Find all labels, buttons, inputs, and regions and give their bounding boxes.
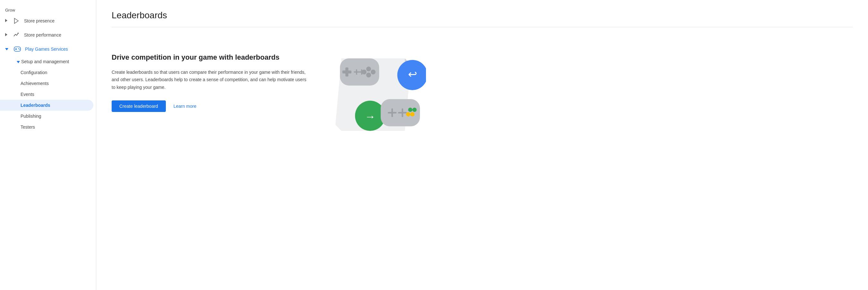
- configuration-label: Configuration: [21, 70, 47, 75]
- content-heading: Drive competition in your game with lead…: [112, 53, 310, 62]
- sidebar-item-achievements[interactable]: Achievements: [0, 78, 93, 89]
- content-area: Drive competition in your game with lead…: [112, 40, 852, 149]
- sidebar-item-testers[interactable]: Testers: [0, 122, 93, 132]
- sidebar-item-configuration[interactable]: Configuration: [0, 67, 93, 78]
- main-content: Leaderboards Drive competition in your g…: [96, 0, 868, 290]
- svg-point-30: [410, 112, 414, 117]
- store-performance-expand-icon: [5, 33, 9, 37]
- svg-point-13: [366, 72, 371, 77]
- leaderboards-label: Leaderboards: [21, 103, 50, 108]
- store-performance-label: Store performance: [24, 32, 61, 37]
- testers-label: Testers: [21, 125, 35, 130]
- page-title: Leaderboards: [112, 10, 852, 21]
- gamepad-icon: [13, 45, 21, 53]
- svg-point-11: [366, 66, 371, 71]
- sidebar-item-leaderboards[interactable]: Leaderboards: [0, 100, 93, 111]
- sidebar-item-play-games-services[interactable]: Play Games Services: [0, 42, 93, 56]
- chart-icon: [12, 31, 20, 39]
- svg-marker-0: [14, 18, 18, 24]
- svg-text:↩: ↩: [408, 68, 417, 80]
- svg-point-31: [406, 112, 410, 117]
- svg-point-5: [19, 49, 20, 50]
- sidebar-item-publishing[interactable]: Publishing: [0, 111, 93, 122]
- sidebar-item-events[interactable]: Events: [0, 89, 93, 100]
- svg-point-29: [412, 107, 417, 111]
- sidebar-subitem-setup-management[interactable]: Setup and management: [0, 56, 93, 67]
- play-icon: [12, 17, 20, 25]
- svg-text:→: →: [365, 110, 376, 123]
- sidebar-item-store-presence[interactable]: Store presence: [0, 14, 93, 28]
- store-presence-label: Store presence: [24, 18, 55, 24]
- events-label: Events: [21, 92, 34, 97]
- sidebar: Grow Store presence Store performance: [0, 0, 96, 290]
- leaderboard-illustration: ↩ →: [323, 40, 426, 149]
- svg-rect-10: [342, 71, 351, 73]
- text-section: Drive competition in your game with lead…: [112, 40, 310, 112]
- publishing-label: Publishing: [21, 114, 41, 119]
- svg-point-4: [18, 48, 19, 49]
- grow-section-label: Grow: [0, 5, 96, 14]
- play-games-expand-icon: [5, 47, 10, 51]
- svg-point-12: [371, 70, 376, 74]
- setup-expand-icon: [17, 59, 21, 64]
- play-games-label: Play Games Services: [25, 46, 68, 52]
- content-body: Create leaderboards so that users can co…: [112, 69, 310, 91]
- svg-point-28: [408, 107, 412, 111]
- store-presence-expand-icon: [5, 19, 9, 23]
- learn-more-link[interactable]: Learn more: [174, 104, 197, 109]
- page-divider: [112, 27, 852, 27]
- setup-management-label: Setup and management: [21, 59, 69, 64]
- create-leaderboard-button[interactable]: Create leaderboard: [112, 100, 166, 112]
- sidebar-item-store-performance[interactable]: Store performance: [0, 28, 93, 42]
- achievements-label: Achievements: [21, 81, 49, 86]
- action-buttons: Create leaderboard Learn more: [112, 100, 310, 112]
